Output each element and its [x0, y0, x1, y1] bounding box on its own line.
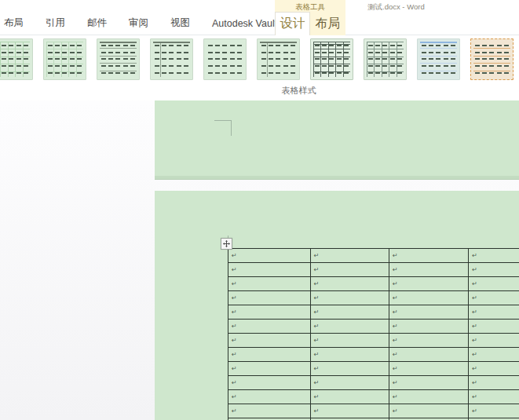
tab-引用[interactable]: 引用	[35, 12, 76, 35]
style-preview-dashes	[420, 42, 457, 76]
page-2[interactable]: ↵↵↵↵↵↵↵↵↵↵↵↵↵↵↵↵↵↵↵↵↵↵↵↵↵↵↵↵↵↵↵↵↵↵↵↵↵↵↵↵…	[155, 191, 519, 420]
table-cell[interactable]: ↵	[228, 263, 311, 277]
table-cell[interactable]: ↵	[469, 404, 519, 418]
table-cell[interactable]: ↵	[310, 362, 389, 376]
style-preview-dashes	[153, 42, 190, 76]
tab-审阅[interactable]: 审阅	[118, 12, 159, 35]
table-cell[interactable]: ↵	[389, 320, 468, 334]
tab-布局[interactable]: 布局	[310, 12, 345, 35]
table-cell[interactable]: ↵	[389, 334, 468, 348]
table-cell[interactable]: ↵	[469, 362, 519, 376]
table-row: ↵↵↵↵↵	[228, 362, 519, 376]
table-cell[interactable]: ↵	[228, 334, 311, 348]
tab-布局[interactable]: 布局	[0, 12, 35, 35]
table-cell[interactable]: ↵	[310, 277, 389, 291]
move-arrows-icon	[223, 240, 230, 247]
style-preview-dashes	[367, 42, 404, 76]
table-styles-group	[0, 35, 519, 81]
tab-设计[interactable]: 设计	[275, 12, 310, 35]
table-row: ↵↵↵↵↵	[228, 277, 519, 291]
table-cell[interactable]: ↵	[228, 390, 311, 404]
table-cell[interactable]: ↵	[310, 320, 389, 334]
table-cell[interactable]: ↵	[469, 334, 519, 348]
table-style-green-grid-icon[interactable]	[43, 38, 86, 80]
table-cell[interactable]: ↵	[310, 249, 389, 263]
table-row: ↵↵↵↵↵	[228, 334, 519, 348]
table-row: ↵↵↵↵↵	[228, 263, 519, 277]
tab-视图[interactable]: 视图	[159, 12, 201, 35]
table-style-orange-accent-icon[interactable]	[470, 38, 514, 80]
table-cell[interactable]: ↵	[469, 249, 519, 263]
table-style-light-grid-icon[interactable]	[364, 38, 407, 80]
table-style-header-firstcol-icon[interactable]	[150, 38, 193, 80]
table-style-header-firstcol-icon[interactable]	[257, 38, 300, 80]
table-cell[interactable]: ↵	[389, 291, 468, 305]
document-canvas[interactable]: ↵↵↵↵↵↵↵↵↵↵↵↵↵↵↵↵↵↵↵↵↵↵↵↵↵↵↵↵↵↵↵↵↵↵↵↵↵↵↵↵…	[0, 100, 519, 420]
table-row: ↵↵↵↵↵	[228, 320, 519, 334]
contextual-tabs: 设计布局	[275, 12, 345, 35]
style-preview-dashes	[0, 42, 30, 76]
table-cell[interactable]: ↵	[228, 376, 311, 390]
table-cell[interactable]: ↵	[389, 249, 468, 263]
table-style-green-grid-icon[interactable]	[0, 38, 33, 80]
ribbon: 表格工具 测试.docx - Word 布局引用邮件审阅视图Autodesk V…	[0, 0, 519, 101]
table-cell[interactable]: ↵	[228, 249, 311, 263]
table-row: ↵↵↵↵↵	[228, 291, 519, 305]
style-preview-dashes	[313, 42, 350, 76]
document-table[interactable]: ↵↵↵↵↵↵↵↵↵↵↵↵↵↵↵↵↵↵↵↵↵↵↵↵↵↵↵↵↵↵↵↵↵↵↵↵↵↵↵↵…	[228, 248, 519, 420]
table-cell[interactable]: ↵	[469, 390, 519, 404]
table-cell[interactable]: ↵	[228, 291, 311, 305]
table-cell[interactable]: ↵	[228, 320, 311, 334]
table-cell[interactable]: ↵	[389, 305, 468, 320]
table-row: ↵↵↵↵↵	[228, 305, 519, 320]
table-cell[interactable]: ↵	[310, 263, 389, 277]
tab-邮件[interactable]: 邮件	[76, 12, 118, 35]
table-cell[interactable]: ↵	[228, 404, 311, 418]
table-cell[interactable]: ↵	[228, 362, 311, 376]
table-style-bordered-grid-icon[interactable]	[310, 38, 353, 80]
table-cell[interactable]: ↵	[310, 334, 389, 348]
table-cell[interactable]: ↵	[469, 348, 519, 362]
table-cell[interactable]: ↵	[310, 305, 389, 320]
page-1[interactable]	[155, 100, 519, 180]
text-boundary-mark	[214, 120, 232, 136]
table-styles-gallery	[0, 38, 519, 80]
table-cell[interactable]: ↵	[389, 263, 468, 277]
table-cell[interactable]: ↵	[310, 376, 389, 390]
table-cell[interactable]: ↵	[469, 320, 519, 334]
table-cell[interactable]: ↵	[310, 404, 389, 418]
table-cell[interactable]: ↵	[389, 362, 468, 376]
table-cell[interactable]: ↵	[469, 305, 519, 320]
style-preview-dashes	[46, 42, 83, 76]
table-cell[interactable]: ↵	[228, 305, 311, 320]
table-cell[interactable]: ↵	[469, 263, 519, 277]
contextual-group-header: 表格工具	[275, 0, 345, 12]
table-row: ↵↵↵↵↵	[228, 376, 519, 390]
table-cell[interactable]: ↵	[310, 390, 389, 404]
table-style-blue-accent-icon[interactable]	[417, 38, 460, 80]
ribbon-tabs: 布局引用邮件审阅视图Autodesk Vault(K)	[0, 12, 519, 35]
table-cell[interactable]: ↵	[469, 291, 519, 305]
table-row: ↵↵↵↵↵	[228, 404, 519, 418]
table-style-plain-icon[interactable]	[203, 38, 247, 80]
style-preview-dashes	[100, 42, 137, 76]
table-row: ↵↵↵↵↵	[228, 249, 519, 263]
style-preview-dashes	[260, 42, 297, 76]
table-cell[interactable]: ↵	[469, 277, 519, 291]
table-cell[interactable]: ↵	[310, 348, 389, 362]
title-bar: 表格工具 测试.docx - Word	[0, 0, 519, 12]
table-move-handle[interactable]	[221, 238, 232, 250]
table-cell[interactable]: ↵	[469, 376, 519, 390]
table-cell[interactable]: ↵	[389, 390, 468, 404]
style-preview-dashes	[473, 42, 510, 76]
table-cell[interactable]: ↵	[310, 291, 389, 305]
table-cell[interactable]: ↵	[389, 404, 468, 418]
table-cell[interactable]: ↵	[228, 348, 311, 362]
table-row: ↵↵↵↵↵	[228, 390, 519, 404]
table-cell[interactable]: ↵	[389, 277, 468, 291]
table-cell[interactable]: ↵	[389, 348, 468, 362]
table-cell[interactable]: ↵	[228, 277, 311, 291]
table-style-horizontal-lines-icon[interactable]	[97, 38, 140, 80]
table-row: ↵↵↵↵↵	[228, 348, 519, 362]
table-cell[interactable]: ↵	[389, 376, 468, 390]
